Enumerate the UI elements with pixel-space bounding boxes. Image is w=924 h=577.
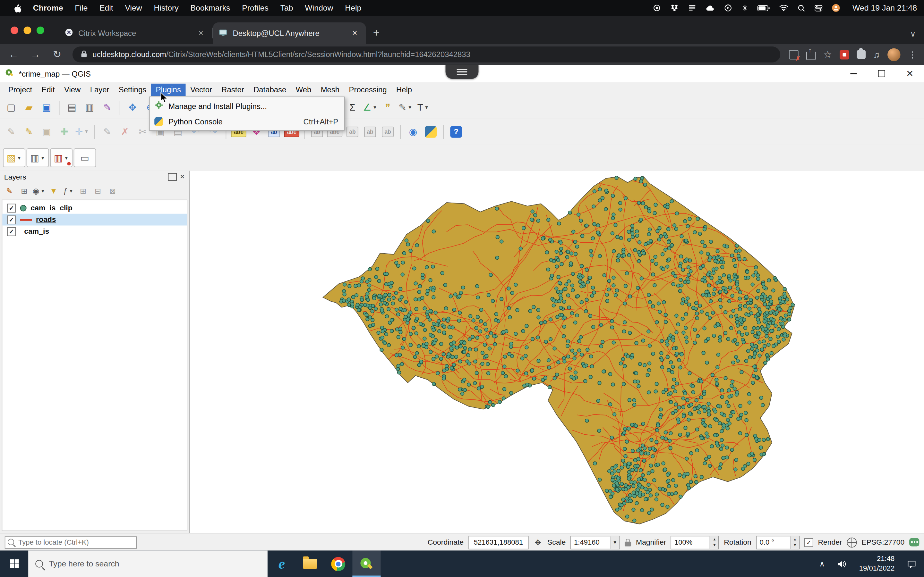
layer-checkbox[interactable]: ✓ — [7, 215, 16, 224]
qgis-menu-database[interactable]: Database — [249, 83, 291, 96]
tab-desktop-ucl-anywhere[interactable]: Desktop@UCL Anywhere✕ — [213, 23, 366, 44]
taskbar-app-chrome[interactable] — [324, 550, 352, 577]
qgis-menu-processing[interactable]: Processing — [344, 83, 392, 96]
mac-menu-help[interactable]: Help — [339, 3, 367, 13]
crs-value[interactable]: EPSG:27700 — [861, 538, 905, 546]
reload-icon[interactable]: ↻ — [51, 48, 63, 61]
taskbar-clock[interactable]: 21:48 19/01/2022 — [853, 554, 900, 573]
dropdown-caret-icon[interactable]: ▼ — [84, 129, 89, 134]
dropdown-caret-icon[interactable]: ▼ — [69, 188, 73, 193]
annotation-button[interactable]: ✎▼ — [397, 100, 414, 115]
render-checkbox[interactable]: ✓ — [804, 538, 813, 547]
bluetooth-icon[interactable] — [741, 3, 748, 13]
chrome-menu-kebab-icon[interactable]: ⋮ — [908, 49, 917, 60]
account-icon[interactable] — [831, 3, 840, 13]
layer-row-roads[interactable]: ✓roads — [2, 214, 187, 226]
control-center-icon[interactable] — [814, 4, 822, 12]
measure-button[interactable]: ∠▼ — [362, 100, 378, 115]
tab-close-icon[interactable]: ✕ — [196, 28, 206, 39]
extension-red-icon[interactable] — [840, 50, 849, 59]
close-panel-icon[interactable]: ✕ — [180, 173, 185, 181]
battery-icon[interactable] — [757, 5, 770, 11]
filter-by-expression-button[interactable]: ƒ▼ — [62, 184, 75, 197]
tab-close-icon[interactable]: ✕ — [349, 28, 360, 39]
extensions-puzzle-icon[interactable] — [857, 50, 866, 59]
tab-citrix-workspace[interactable]: Citrix Workspace✕ — [59, 23, 212, 44]
qgis-menu-help[interactable]: Help — [391, 83, 417, 96]
qgis-menu-view[interactable]: View — [59, 83, 86, 96]
content-blocked-icon[interactable] — [789, 50, 798, 59]
layout-manager-button[interactable]: ▥ — [81, 100, 97, 115]
layer-row-cam_is[interactable]: ✓cam_is — [2, 226, 187, 237]
taskbar-app-internet-explorer[interactable]: e — [268, 550, 296, 577]
osm-place-search-button[interactable]: ◉ — [405, 124, 421, 139]
new-project-button[interactable]: ▢ — [3, 100, 19, 115]
mac-menu-tab[interactable]: Tab — [274, 3, 299, 13]
scale-combo[interactable]: 1:49160 ▼ — [570, 536, 620, 549]
omnibox[interactable]: ucldesktop.cloud.com/Citrix/StoreWeb/cli… — [73, 47, 780, 63]
qgis-menu-settings[interactable]: Settings — [114, 83, 151, 96]
qgis-maximize-button[interactable] — [867, 65, 896, 82]
dropbox-icon[interactable] — [670, 3, 679, 13]
qgis-menu-web[interactable]: Web — [291, 83, 316, 96]
back-icon[interactable]: ← — [7, 49, 20, 61]
forward-icon[interactable]: → — [29, 49, 42, 61]
collapse-all-button[interactable]: ⊟ — [91, 184, 104, 197]
taskbar-search[interactable]: Type here to search — [28, 550, 268, 577]
magnifier-spinbox[interactable]: 100% ▲▼ — [671, 536, 719, 549]
new-print-layout-button[interactable]: ▤ — [63, 100, 80, 115]
apple-logo-icon[interactable] — [7, 3, 27, 13]
start-button[interactable] — [0, 550, 28, 577]
taskbar-app-file-explorer[interactable] — [296, 550, 324, 577]
mac-menu-edit[interactable]: Edit — [94, 3, 119, 13]
rotation-spinbox[interactable]: 0.0 ° ▲▼ — [756, 536, 800, 549]
qgis-menu-mesh[interactable]: Mesh — [316, 83, 344, 96]
close-window-button[interactable] — [11, 27, 18, 34]
style-manager-button[interactable]: ✎ — [99, 100, 115, 115]
fullscreen-window-button[interactable] — [37, 27, 44, 34]
scale-lock-icon[interactable] — [625, 542, 631, 546]
new-tab-button[interactable]: + — [373, 27, 380, 39]
mac-menu-view[interactable]: View — [119, 3, 148, 13]
crs-globe-icon[interactable] — [846, 537, 857, 547]
select-features-rect-button[interactable]: ▧▼ — [3, 148, 25, 167]
remove-layer-button[interactable]: ⊠ — [106, 184, 119, 197]
coordinate-input[interactable] — [468, 536, 528, 549]
qgis-menu-layer[interactable]: Layer — [86, 83, 114, 96]
qgis-menu-edit[interactable]: Edit — [37, 83, 60, 96]
share-icon[interactable] — [806, 52, 816, 60]
qgis-minimize-button[interactable] — [839, 65, 867, 82]
dropdown-caret-icon[interactable]: ▼ — [40, 188, 45, 193]
citrix-toolbar-handle[interactable] — [446, 65, 479, 79]
mac-menu-bookmarks[interactable]: Bookmarks — [184, 3, 236, 13]
qgis-menu-vector[interactable]: Vector — [186, 83, 217, 96]
help-contents-button[interactable]: ? — [448, 124, 464, 139]
action-center-icon[interactable] — [903, 550, 921, 577]
playing-icon[interactable] — [724, 3, 732, 13]
wifi-icon[interactable] — [779, 4, 788, 12]
tab-search-chevron-icon[interactable]: ∨ — [910, 29, 916, 39]
text-annotation-button[interactable]: T▼ — [415, 100, 431, 115]
python-console-button[interactable] — [423, 124, 439, 139]
shortcuts-icon[interactable] — [688, 3, 696, 13]
screen-record-icon[interactable] — [652, 3, 661, 13]
scale-dropdown-icon[interactable]: ▼ — [610, 536, 619, 548]
manage-map-themes-button[interactable]: ◉▼ — [32, 184, 45, 197]
dropdown-caret-icon[interactable]: ▼ — [64, 155, 69, 161]
open-project-button[interactable]: ▰ — [21, 100, 37, 115]
locate-input[interactable] — [5, 536, 137, 548]
label-tool-5-button[interactable]: ab — [380, 124, 396, 139]
new-3d-map-view-button[interactable]: ▭ — [74, 148, 96, 167]
active-app-name[interactable]: Chrome — [27, 3, 69, 13]
save-project-button[interactable]: ▣ — [38, 100, 55, 115]
expand-all-button[interactable]: ⊞ — [77, 184, 89, 197]
spotlight-icon[interactable] — [797, 4, 805, 12]
menu-item-manage-plugins[interactable]: Manage and Install Plugins... — [150, 98, 344, 114]
cloud-icon[interactable] — [705, 3, 714, 13]
bookmark-star-icon[interactable]: ☆ — [824, 49, 832, 60]
mac-menu-window[interactable]: Window — [299, 3, 339, 13]
profile-avatar[interactable] — [887, 48, 900, 61]
open-layer-styling-button[interactable]: ✎ — [3, 184, 16, 197]
dropdown-caret-icon[interactable]: ▼ — [408, 105, 413, 110]
layer-checkbox[interactable]: ✓ — [7, 227, 16, 236]
